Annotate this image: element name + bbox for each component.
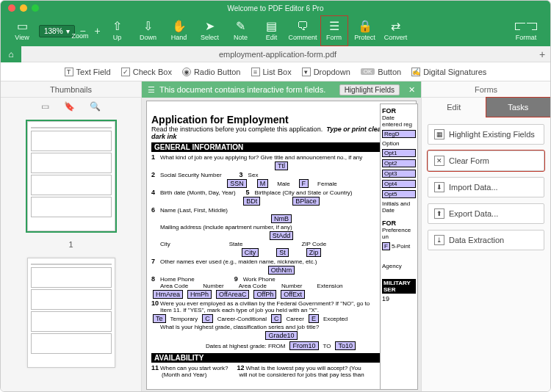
field-ttl[interactable]: Ttl — [275, 161, 288, 170]
view-tool[interactable]: ▭View — [8, 15, 36, 46]
field-bplace[interactable]: BPlace — [292, 197, 320, 206]
field-e[interactable]: E — [309, 314, 319, 323]
tab-tasks[interactable]: Tasks — [486, 98, 551, 117]
extract-icon: ⤓ — [434, 235, 444, 245]
field-c[interactable]: C — [271, 314, 282, 323]
thumbnails-panel: Thumbnails ▭ 🔖 🔍 1 — [1, 81, 142, 392]
thumbnail-page-2[interactable] — [27, 258, 115, 368]
section-general: GENERAL INFORMATION — [151, 142, 411, 152]
export-data-button[interactable]: ⬆Export Data... — [428, 203, 544, 224]
lock-icon: 🔒 — [358, 21, 372, 34]
edit-tool[interactable]: ▤Edit — [258, 15, 286, 46]
field-ssn[interactable]: SSN — [227, 179, 247, 188]
field-te[interactable]: Te — [153, 314, 166, 323]
section-military: MILITARY SER — [382, 279, 416, 294]
form-tool[interactable]: ☰Form — [320, 15, 348, 46]
banner-close-button[interactable]: ✕ — [408, 85, 415, 95]
form-tools-bar: TText Field ✓Check Box ◉Radio Button ≡Li… — [1, 62, 550, 81]
form-banner-icon: ☰ — [148, 85, 155, 95]
interactive-fields-banner: ☰ This document contains interactive for… — [142, 81, 421, 98]
field-m[interactable]: M — [257, 179, 269, 188]
section-availability: AVAILABILITY — [151, 353, 411, 363]
edit-icon: ▤ — [266, 21, 277, 34]
data-extraction-button[interactable]: ⤓Data Extraction — [428, 230, 544, 250]
digital-signatures-tool[interactable]: ✍Digital Signatures — [411, 68, 486, 76]
field-othnm[interactable]: OthNm — [268, 266, 295, 275]
pdf-page[interactable]: Header Application for Employment Read t… — [146, 101, 417, 390]
field-opt2[interactable]: Opt2 — [382, 159, 416, 167]
document-title: employment-application-form.pdf — [21, 50, 534, 59]
field-5f[interactable]: F — [382, 242, 390, 250]
import-data-button[interactable]: ⬇Import Data... — [428, 177, 544, 197]
field-offareac[interactable]: OffAreaC — [216, 290, 249, 299]
view-icon: ▭ — [17, 21, 28, 34]
field-opt3[interactable]: Opt3 — [382, 170, 416, 178]
field-cc[interactable]: C — [202, 314, 213, 323]
field-opt1[interactable]: Opt1 — [382, 149, 416, 157]
field-stadd[interactable]: StAdd — [270, 231, 294, 240]
field-offext[interactable]: OffExt — [281, 290, 305, 299]
comment-tool[interactable]: 🗨Comment — [289, 15, 317, 46]
up-icon: ⇧ — [112, 21, 122, 34]
field-regd[interactable]: RegD — [382, 130, 416, 138]
highlight-existing-fields-button[interactable]: ▦Highlight Existing Fields — [428, 124, 544, 145]
down-tool[interactable]: ⇩Down — [134, 15, 162, 46]
note-icon: ✎ — [236, 21, 245, 34]
home-button[interactable]: ⌂ — [1, 46, 21, 62]
highlight-fields-button[interactable]: Highlight Fields — [339, 84, 400, 95]
clear-form-button[interactable]: ✕Clear Form — [428, 150, 544, 171]
tab-edit[interactable]: Edit — [422, 98, 486, 117]
form-icon: ☰ — [329, 21, 339, 34]
format-tool[interactable]: ⫍⫎Format — [512, 15, 540, 46]
window-title: Welcome to PDF Editor 6 Pro — [1, 4, 550, 12]
forms-panel-title: Forms — [422, 81, 550, 98]
field-nmb[interactable]: NmB — [271, 214, 292, 223]
bookmarks-tab-icon[interactable]: 🔖 — [64, 101, 75, 112]
list-box-tool[interactable]: ≡List Box — [251, 68, 292, 76]
thumbnail-page-1[interactable] — [27, 121, 115, 231]
up-tool[interactable]: ⇧Up — [104, 15, 132, 46]
field-f[interactable]: F — [299, 179, 309, 188]
field-from10[interactable]: From10 — [289, 341, 318, 350]
field-city[interactable]: City — [242, 248, 259, 257]
hand-tool[interactable]: ✋Hand — [165, 15, 193, 46]
highlight-icon: ▦ — [434, 129, 444, 139]
dropdown-tool[interactable]: ▾Dropdown — [302, 68, 350, 76]
chevron-down-icon: ▾ — [66, 27, 70, 35]
import-icon: ⬇ — [434, 182, 444, 192]
search-tab-icon[interactable]: 🔍 — [90, 101, 101, 112]
note-tool[interactable]: ✎Note — [227, 15, 255, 46]
clear-icon: ✕ — [434, 156, 444, 166]
text-field-icon: T — [65, 68, 73, 76]
radio-button-tool[interactable]: ◉Radio Button — [182, 68, 241, 76]
check-box-tool[interactable]: ✓Check Box — [121, 68, 172, 76]
zoom-label: Zoom — [72, 32, 89, 40]
field-to10[interactable]: To10 — [335, 341, 356, 350]
zoom-value[interactable]: 138%▾ — [39, 25, 75, 37]
select-tool[interactable]: ➤Select — [196, 15, 224, 46]
convert-icon: ⇄ — [391, 21, 400, 34]
field-bdt[interactable]: BDt — [243, 197, 260, 206]
field-st[interactable]: St — [276, 248, 289, 257]
document-viewer: ☰ This document contains interactive for… — [142, 81, 421, 392]
convert-tool[interactable]: ⇄Convert — [382, 15, 410, 46]
field-grade10[interactable]: Grade10 — [265, 331, 297, 340]
signature-icon: ✍ — [411, 68, 420, 76]
protect-tool[interactable]: 🔒Protect — [351, 15, 379, 46]
down-icon: ⇩ — [143, 21, 153, 34]
field-zip[interactable]: Zip — [306, 248, 322, 257]
field-hmarea[interactable]: HmArea — [153, 290, 183, 299]
document-tab-bar: ⌂ employment-application-form.pdf + — [1, 46, 550, 62]
export-icon: ⬆ — [434, 208, 444, 219]
thumbnails-tab-icon[interactable]: ▭ — [41, 101, 49, 112]
button-tool[interactable]: OKButton — [361, 68, 401, 76]
field-opt4[interactable]: Opt4 — [382, 180, 416, 188]
view-label: View — [15, 34, 29, 41]
zoom-in-button[interactable]: + — [91, 24, 104, 37]
text-field-tool[interactable]: TText Field — [65, 68, 111, 76]
field-hmph[interactable]: HmPh — [187, 290, 212, 299]
new-tab-button[interactable]: + — [534, 48, 550, 60]
field-opt5[interactable]: Opt5 — [382, 190, 416, 198]
dropdown-icon: ▾ — [302, 68, 311, 76]
field-offph[interactable]: OffPh — [253, 290, 276, 299]
